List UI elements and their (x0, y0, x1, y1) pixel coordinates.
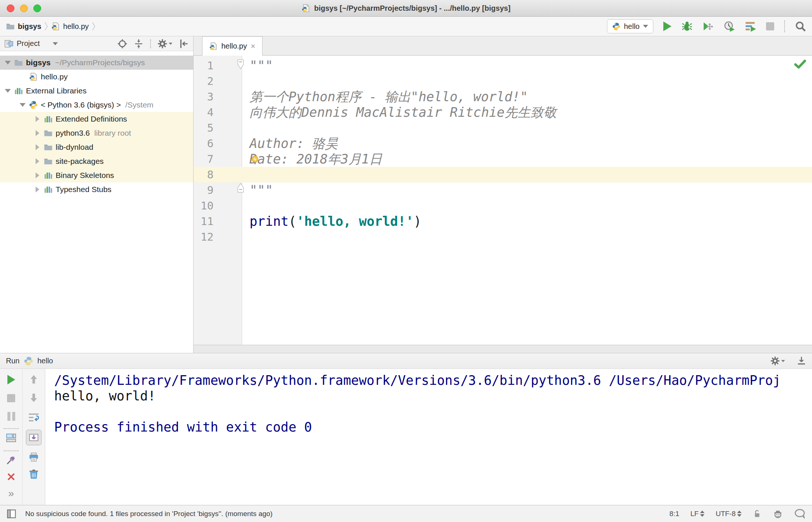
more-actions-button[interactable] (8, 488, 14, 499)
close-window-button[interactable] (7, 4, 14, 12)
run-config-name: hello (624, 22, 640, 31)
code-line[interactable]: 3第一个Python程序 - 输出"hello, world!" (194, 89, 812, 105)
run-tool-window: Run hello (0, 353, 812, 505)
code-line[interactable]: 2 (194, 73, 812, 89)
updown-arrows-icon (737, 511, 742, 517)
run-button[interactable] (663, 22, 671, 31)
restore-layout-button[interactable] (6, 433, 16, 443)
tree-item-external-libraries[interactable]: External Libraries (0, 84, 193, 98)
search-everywhere-button[interactable] (795, 21, 806, 32)
stop-button[interactable] (766, 22, 774, 30)
tree-item-lib-dynload[interactable]: lib-dynload (0, 140, 193, 154)
locate-file-button[interactable] (118, 39, 127, 49)
tree-item-typeshed-stubs[interactable]: Typeshed Stubs (0, 182, 193, 196)
chevron-right-icon (44, 22, 48, 31)
chevron-right-icon[interactable] (36, 158, 39, 164)
rerun-button[interactable] (7, 375, 15, 384)
toolbar-separator (4, 428, 19, 429)
console-line (54, 404, 812, 419)
chevron-down-icon[interactable] (53, 42, 58, 45)
encoding-selector[interactable]: UTF-8 (716, 510, 742, 518)
soft-wrap-button[interactable] (28, 412, 39, 423)
debug-button[interactable] (681, 21, 693, 32)
hide-panel-button[interactable] (179, 39, 189, 49)
inspections-ok-icon[interactable] (794, 59, 806, 69)
hide-tool-window-button[interactable] (797, 356, 806, 366)
run-config-selector[interactable]: hello (607, 19, 653, 33)
caret-position[interactable]: 8:1 (670, 510, 679, 518)
tree-item-bigsys[interactable]: bigsys ~/PycharmProjects/bigsys (0, 56, 193, 70)
toolbar-separator (4, 450, 19, 451)
chevron-down-icon[interactable] (20, 103, 26, 107)
settings-gear-button[interactable] (770, 356, 785, 366)
fold-region-start-icon[interactable] (237, 59, 245, 70)
traffic-lights (7, 4, 41, 12)
tree-item-extended-definitions[interactable]: Extended Definitions (0, 112, 193, 126)
breadcrumb-file[interactable]: hello.py (63, 22, 89, 31)
console-line: Process finished with exit code 0 (54, 419, 812, 435)
tree-item-hello-py[interactable]: hello.py (0, 70, 193, 84)
code-line[interactable]: 5 (194, 120, 812, 136)
chevron-right-icon[interactable] (36, 116, 39, 122)
up-stack-trace-button[interactable] (29, 374, 39, 384)
chevron-right-icon[interactable] (36, 130, 39, 136)
python-file-icon (301, 4, 310, 13)
toolbar-separator (784, 20, 785, 32)
pause-output-button[interactable] (7, 412, 15, 421)
chevron-right-icon[interactable] (36, 172, 39, 178)
editor-bottom-strip (194, 345, 812, 353)
inspection-profile-icon[interactable] (773, 509, 783, 519)
code-line[interactable]: 12 (194, 229, 812, 245)
project-tool-window: Project (0, 36, 194, 353)
intention-bulb-icon[interactable] (250, 155, 260, 165)
tree-item-python36[interactable]: python3.6 library root (0, 126, 193, 140)
down-stack-trace-button[interactable] (29, 393, 39, 403)
chevron-down-icon[interactable] (5, 61, 11, 65)
lock-icon[interactable] (753, 509, 762, 518)
tree-item-site-packages[interactable]: site-packages (0, 154, 193, 168)
stop-button[interactable] (7, 394, 15, 402)
chevron-down-icon[interactable] (5, 89, 11, 93)
close-tab-icon[interactable]: × (251, 42, 255, 50)
breadcrumb-project[interactable]: bigsys (18, 22, 41, 31)
code-line[interactable]: 1""" (194, 58, 812, 73)
concurrency-diagram-button[interactable] (745, 21, 756, 32)
run-panel-header[interactable]: Run hello (0, 353, 812, 369)
code-line[interactable]: 11print('hello, world!') (194, 214, 812, 229)
status-message[interactable]: No suspicious code found. 1 files proces… (25, 510, 273, 518)
chevron-right-icon[interactable] (36, 144, 39, 150)
clear-all-button[interactable] (29, 469, 39, 479)
event-log-icon[interactable] (794, 509, 805, 519)
chevron-right-icon[interactable] (36, 186, 39, 192)
pin-tab-button[interactable] (6, 455, 16, 465)
toolbar-separator (150, 39, 151, 48)
code-line[interactable]: 7Date: 2018年3月1日 (194, 151, 812, 167)
python-logo-icon (29, 100, 38, 109)
print-button[interactable] (29, 452, 39, 462)
run-console-output[interactable]: /System/Library/Frameworks/Python.framew… (45, 369, 812, 505)
code-line[interactable]: 10 (194, 198, 812, 214)
code-line[interactable]: 9""" (194, 182, 812, 198)
minimize-window-button[interactable] (20, 4, 28, 12)
tree-item-python-sdk[interactable]: < Python 3.6 (bigsys) > /System (0, 98, 193, 112)
titlebar: bigsys [~/PycharmProjects/bigsys] - .../… (0, 0, 812, 17)
tab-hello-py[interactable]: hello.py × (202, 36, 263, 56)
tree-item-binary-skeletons[interactable]: Binary Skeletons (0, 168, 193, 182)
fold-region-end-icon[interactable] (237, 182, 245, 193)
code-line-current[interactable]: 8 (194, 167, 812, 182)
zoom-window-button[interactable] (33, 4, 41, 12)
library-icon (44, 185, 53, 194)
collapse-all-button[interactable] (134, 39, 143, 49)
code-line[interactable]: 6Author: 骆昊 (194, 136, 812, 151)
toggle-toolwindows-icon[interactable] (7, 509, 16, 519)
close-tab-button[interactable] (6, 472, 16, 482)
project-panel-title[interactable]: Project (17, 39, 40, 48)
run-with-coverage-button[interactable] (703, 21, 714, 32)
profiler-button[interactable] (724, 21, 735, 32)
scroll-to-end-button-selected[interactable] (26, 430, 42, 445)
code-line[interactable]: 4向伟大的Dennis MacAlistair Ritchie先生致敬 (194, 105, 812, 120)
line-separator-selector[interactable]: LF (690, 510, 704, 518)
settings-gear-button[interactable] (158, 39, 172, 49)
editor-area: hello.py × 1""" 2 3第一个Python程序 - 输出"hell… (194, 36, 812, 353)
code-editor[interactable]: 1""" 2 3第一个Python程序 - 输出"hello, world!" … (194, 56, 812, 345)
